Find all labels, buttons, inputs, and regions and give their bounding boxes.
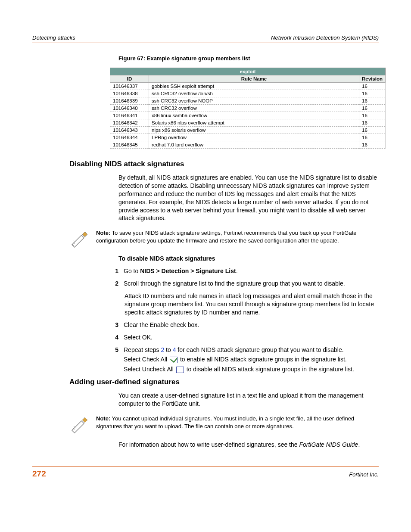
cell-name: ssh CRC32 overflow NOOP	[149, 97, 359, 105]
table-row: 101646338ssh CRC32 overflow /bin/sh16	[110, 90, 386, 97]
cell-rev: 16	[359, 127, 386, 134]
text: .	[236, 268, 238, 274]
section-heading-adding: Adding user-defined signatures	[69, 378, 379, 386]
cell-name: gobbles SSH exploit attempt	[149, 83, 359, 90]
guide-title: FortiGate NIDS Guide	[299, 441, 358, 448]
cell-id: 101646345	[110, 141, 149, 149]
cell-name: redhat 7.0 lprd overflow	[149, 141, 359, 149]
text: Select Uncheck All	[124, 366, 175, 373]
note-icon	[69, 415, 90, 434]
table-row: 101646341x86 linux samba overflow16	[110, 112, 386, 119]
text: Go to	[124, 268, 140, 274]
note-text-2: Note: You cannot upload individual signa…	[96, 415, 379, 430]
col-rev: Revision	[359, 75, 386, 83]
step-3: 3 Clear the Enable check box.	[112, 321, 379, 329]
step-1: 1 Go to NIDS > Detection > Signature Lis…	[112, 267, 379, 275]
step-number: 3	[112, 321, 124, 329]
page-footer: 272 Fortinet Inc.	[32, 466, 379, 479]
cell-id: 101646338	[110, 90, 149, 97]
cell-id: 101646344	[110, 134, 149, 141]
step-number: 2	[112, 280, 124, 288]
note-block-1: Note: To save your NIDS attack signature…	[69, 229, 379, 248]
step-body: Select OK.	[124, 333, 379, 342]
cell-name: LPRng overflow	[149, 134, 359, 141]
text: for each NIDS attack signature group tha…	[176, 346, 343, 353]
section1-intro: By default, all NIDS attack signatures a…	[118, 174, 379, 222]
table-row: 101646343nlps x86 solaris overflow16	[110, 127, 386, 134]
table-row: 101646340ssh CRC32 overflow16	[110, 105, 386, 112]
step-number: 5	[112, 346, 124, 374]
step-body: Go to NIDS > Detection > Signature List.	[124, 267, 379, 275]
note-body: To save your NIDS attack signature setti…	[96, 230, 357, 244]
col-name: Rule Name	[149, 75, 359, 83]
cell-id: 101646342	[110, 119, 149, 127]
step-number: 4	[112, 333, 124, 342]
step-body: Repeat steps 2 to 4 for each NIDS attack…	[124, 346, 379, 374]
cell-name: ssh CRC32 overflow /bin/sh	[149, 90, 359, 97]
page-number: 272	[32, 469, 46, 479]
table-row: 101646344LPRng overflow16	[110, 134, 386, 141]
text: .	[358, 441, 360, 448]
table-row: 101646337gobbles SSH exploit attempt16	[110, 83, 386, 90]
section-heading-disabling: Disabling NIDS attack signatures	[69, 160, 379, 168]
cell-id: 101646343	[110, 127, 149, 134]
note-text-1: Note: To save your NIDS attack signature…	[96, 229, 379, 244]
check-all-icon	[170, 357, 177, 363]
cell-name: nlps x86 solaris overflow	[149, 127, 359, 134]
cell-id: 101646339	[110, 97, 149, 105]
procedure-title: To disable NIDS attack signatures	[118, 255, 379, 262]
table-body: 101646337gobbles SSH exploit attempt1610…	[110, 83, 386, 149]
step-5: 5 Repeat steps 2 to 4 for each NIDS atta…	[112, 346, 379, 374]
section2-para2: For information about how to write user-…	[118, 441, 379, 449]
cell-rev: 16	[359, 112, 386, 119]
nav-path: NIDS > Detection > Signature List	[140, 268, 236, 274]
step-2-sub: Attack ID numbers and rule names in atta…	[125, 292, 379, 317]
cell-name: ssh CRC32 overflow	[149, 105, 359, 112]
text: Select Check All	[124, 356, 169, 363]
note-block-2: Note: You cannot upload individual signa…	[69, 415, 379, 434]
footer-company: Fortinet Inc.	[349, 471, 379, 478]
section2-intro: You can create a user-defined signature …	[118, 392, 379, 408]
note-body: You cannot upload individual signatures.…	[96, 415, 354, 429]
cell-id: 101646337	[110, 83, 149, 90]
note-label: Note:	[96, 415, 110, 422]
step-number: 1	[112, 267, 124, 275]
cell-rev: 16	[359, 83, 386, 90]
figure-caption: Figure 67: Example signature group membe…	[118, 55, 379, 62]
text: For information about how to write user-…	[118, 441, 299, 448]
text: to enable all NIDS attack signature grou…	[178, 356, 347, 363]
cell-name: x86 linux samba overflow	[149, 112, 359, 119]
cell-rev: 16	[359, 141, 386, 149]
cell-name: Solaris x86 nlps overflow attempt	[149, 119, 359, 127]
table-row: 101646339ssh CRC32 overflow NOOP16	[110, 97, 386, 105]
cell-id: 101646341	[110, 112, 149, 119]
page-header: Detecting attacks Network Intrusion Dete…	[32, 34, 379, 43]
cell-rev: 16	[359, 134, 386, 141]
text: to disable all NIDS attack signature gro…	[185, 366, 354, 373]
signature-table: exploit ID Rule Name Revision 101646337g…	[110, 68, 386, 149]
step-body: Clear the Enable check box.	[124, 321, 379, 329]
step-4: 4 Select OK.	[112, 333, 379, 342]
text: to	[164, 346, 172, 353]
note-label: Note:	[96, 230, 110, 236]
cell-rev: 16	[359, 90, 386, 97]
step-body: Scroll through the signature list to fin…	[124, 280, 379, 288]
text: Repeat steps	[124, 346, 161, 353]
table-group-header: exploit	[110, 68, 386, 75]
cell-rev: 16	[359, 105, 386, 112]
cell-rev: 16	[359, 97, 386, 105]
note-icon	[69, 229, 90, 248]
table-row: 101646342Solaris x86 nlps overflow attem…	[110, 119, 386, 127]
cell-id: 101646340	[110, 105, 149, 112]
cell-rev: 16	[359, 119, 386, 127]
table-row: 101646345redhat 7.0 lprd overflow16	[110, 141, 386, 149]
col-id: ID	[110, 75, 149, 83]
header-right: Network Intrusion Detection System (NIDS…	[271, 34, 379, 41]
step-2: 2 Scroll through the signature list to f…	[112, 280, 379, 288]
header-left: Detecting attacks	[32, 34, 75, 41]
uncheck-all-icon	[176, 367, 184, 373]
